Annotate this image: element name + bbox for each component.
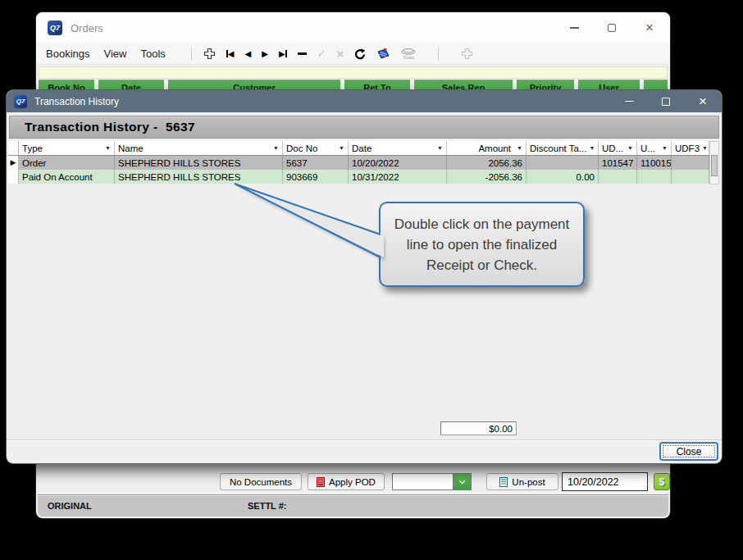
refresh-button[interactable] [354, 48, 366, 61]
minimize-button[interactable] [568, 22, 580, 34]
delete-record-button[interactable] [298, 48, 307, 61]
maximize-button[interactable] [660, 96, 672, 107]
row-selector [8, 170, 19, 184]
combobox-value [393, 474, 453, 489]
minimize-icon [625, 101, 634, 102]
column-header-doc-no[interactable]: Doc No▼ [283, 141, 349, 155]
cell-amount[interactable]: -2056.36 [447, 170, 526, 184]
payment-dollar-button[interactable]: $ [654, 473, 670, 490]
cell-name[interactable]: SHEPHERD HILLS STORES [115, 156, 283, 170]
column-header-date[interactable]: Date▼ [349, 141, 447, 155]
column-label: Date [352, 143, 372, 153]
column-header-amount[interactable]: Amount▼ [447, 141, 526, 155]
cell-udf3[interactable] [672, 170, 709, 184]
transaction-history-titlebar: Q7 Transaction History × [7, 90, 722, 112]
column-header-udf3[interactable]: UDF3▼ [672, 141, 709, 155]
row-pointer-icon: ▶ [11, 159, 16, 166]
cell-doc-no[interactable]: 903669 [283, 170, 349, 184]
sort-dropdown-icon[interactable]: ▼ [659, 145, 668, 151]
cell-doc-no[interactable]: 5637 [283, 156, 349, 170]
bookings-tag-icon [376, 48, 390, 60]
cell-udf3[interactable] [672, 156, 709, 170]
maximize-button[interactable] [606, 22, 618, 34]
column-header-u[interactable]: U...▼ [637, 141, 672, 155]
cell-name[interactable]: SHEPHERD HILLS STORES [115, 170, 283, 184]
add-secondary-icon [461, 48, 473, 60]
unpost-button[interactable]: Un-post [486, 473, 558, 490]
close-button[interactable]: × [644, 22, 655, 34]
cell-discount[interactable]: 0.00 [526, 170, 599, 184]
orders-window-title: Orders [71, 22, 103, 34]
cell-date[interactable]: 10/31/2022 [349, 170, 447, 184]
settlement-combobox[interactable] [392, 473, 472, 490]
close-dialog-button[interactable]: Close [659, 442, 718, 461]
menu-bookings[interactable]: Bookings [46, 48, 89, 60]
sort-dropdown-icon[interactable]: ▼ [625, 145, 633, 151]
column-label: Discount Ta... [530, 143, 586, 153]
order-date-field[interactable]: 10/20/2022 [562, 472, 648, 491]
unpost-label: Un-post [512, 477, 545, 487]
apply-pod-button[interactable]: Apply POD [308, 473, 385, 490]
column-label: Doc No [286, 143, 317, 153]
menu-tools[interactable]: Tools [140, 48, 165, 60]
column-label: UDF3 [675, 143, 700, 153]
cell-type[interactable]: Paid On Account [19, 170, 115, 184]
app-logo-icon: Q7 [48, 20, 62, 35]
prior-record-button[interactable]: ◀ [245, 48, 252, 61]
sort-dropdown-icon[interactable]: ▼ [271, 145, 279, 151]
cell-ud[interactable] [599, 170, 637, 184]
callout-bubble: Double click on the payment line to open… [379, 202, 585, 287]
sort-dropdown-icon[interactable]: ▼ [336, 145, 344, 151]
table-row-paid-on-account[interactable]: Paid On Account SHEPHERD HILLS STORES 90… [8, 170, 710, 184]
cancel-edit-button[interactable]: × [337, 48, 344, 61]
sort-dropdown-icon[interactable]: ▼ [586, 145, 595, 151]
close-button[interactable]: × [697, 96, 709, 107]
cell-u[interactable] [637, 170, 672, 184]
table-header-row: Type▼ Name▼ Doc No▼ Date▼ Amount▼ Discou… [8, 141, 710, 156]
orders-titlebar: Q7 Orders × [36, 12, 670, 43]
table-vertical-scrollbar[interactable] [709, 141, 719, 184]
add-record-button[interactable] [203, 48, 216, 61]
orders-menubar: Bookings View Tools ◀ ◀ ▶ ▶ ✓ × [36, 43, 670, 65]
column-label: Name [118, 143, 144, 153]
cell-date[interactable]: 10/20/2022 [349, 156, 447, 170]
goto-button[interactable]: Goto [401, 48, 416, 61]
next-record-button[interactable]: ▶ [262, 48, 268, 61]
post-edit-button[interactable]: ✓ [317, 48, 326, 61]
cell-amount[interactable]: 2056.36 [447, 156, 526, 170]
last-record-button[interactable]: ▶ [279, 48, 287, 61]
cell-discount[interactable] [526, 156, 599, 170]
transaction-history-title: Transaction History [34, 96, 119, 107]
status-original: ORIGINAL [48, 501, 92, 511]
footer-separator [7, 439, 722, 441]
post-edit-icon: ✓ [317, 48, 326, 60]
callout-text: Double click on the payment line to open… [387, 214, 577, 275]
scrollbar-thumb[interactable] [711, 155, 718, 176]
toolbar-separator [438, 48, 439, 61]
app-logo-icon: Q7 [14, 95, 27, 108]
status-settl-number: SETTL #: [248, 501, 286, 511]
column-header-discount[interactable]: Discount Ta...▼ [526, 141, 599, 155]
column-header-type[interactable]: Type▼ [19, 141, 115, 155]
cancel-edit-icon: × [337, 48, 344, 60]
menu-view[interactable]: View [103, 48, 126, 60]
cell-u[interactable]: 1100154 [637, 156, 672, 170]
minimize-button[interactable] [623, 96, 635, 107]
table-row-order[interactable]: ▶ Order SHEPHERD HILLS STORES 5637 10/20… [8, 156, 710, 170]
sort-dropdown-icon[interactable]: ▼ [435, 145, 443, 151]
cell-type[interactable]: Order [19, 156, 115, 170]
bookings-tag-button[interactable] [376, 48, 390, 61]
column-header-ud[interactable]: UD...▼ [599, 141, 637, 155]
no-documents-button[interactable]: No Documents [220, 473, 302, 490]
cell-ud[interactable]: 101547 [599, 156, 637, 170]
row-selector-header [8, 141, 19, 155]
add-secondary-button[interactable] [461, 48, 473, 61]
sort-dropdown-icon[interactable]: ▼ [514, 145, 522, 151]
minimize-icon [570, 27, 579, 29]
first-record-button[interactable]: ◀ [226, 48, 235, 61]
combobox-dropdown-button[interactable] [453, 474, 471, 489]
unpost-document-icon [499, 477, 508, 487]
column-header-name[interactable]: Name▼ [115, 141, 283, 155]
sort-dropdown-icon[interactable]: ▼ [700, 145, 708, 151]
sort-dropdown-icon[interactable]: ▼ [103, 145, 111, 151]
